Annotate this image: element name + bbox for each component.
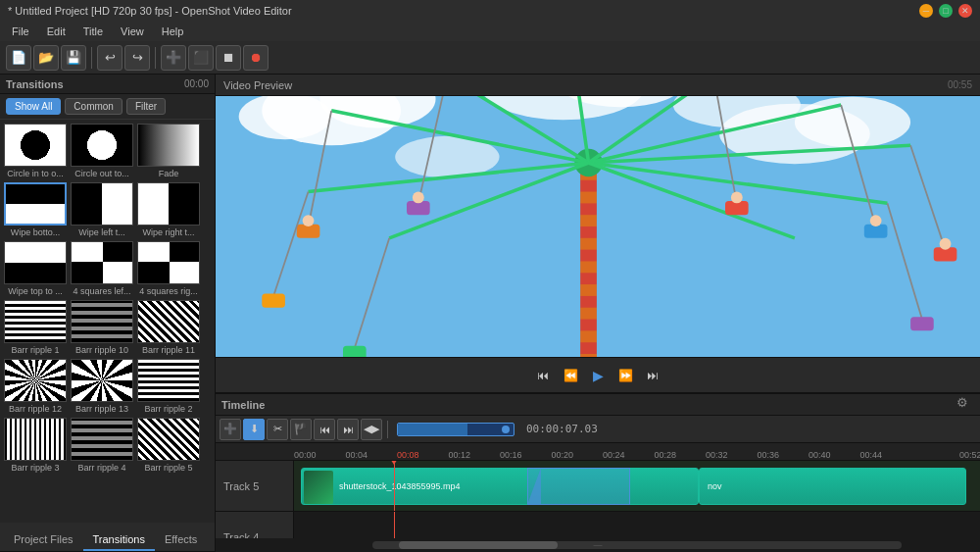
skip-start-button[interactable]: ⏮ [531,364,555,387]
close-button[interactable]: ✕ [958,4,972,18]
clip-secondary[interactable]: nov [699,468,966,505]
transition-circle-out[interactable]: Circle out to... [71,124,133,178]
transition-thumb [137,124,200,167]
preview-settings-button[interactable]: ⚙ [953,392,972,412]
stop-button[interactable]: ⏹ [216,45,241,71]
menu-title[interactable]: Title [75,24,111,39]
transition-wipe-left[interactable]: Wipe left t... [71,182,133,237]
new-button[interactable]: 📄 [6,45,31,71]
transition-barr-1[interactable]: Barr ripple 1 [4,300,67,355]
redo-button[interactable]: ↪ [124,45,150,71]
minimize-button[interactable]: ─ [919,4,933,18]
svg-rect-40 [262,294,285,308]
playhead-head [389,461,399,465]
filter-common[interactable]: Common [65,98,122,115]
transition-4sq-right[interactable]: 4 squares rig... [137,241,200,296]
transition-row: Barr ripple 12 Barr ripple 13 Barr rippl… [4,359,211,414]
tl-position-fill [398,424,467,435]
tab-project-files[interactable]: Project Files [4,529,83,551]
tab-transitions[interactable]: Transitions [83,529,155,551]
ruler-mark-16: 00:16 [500,450,522,460]
transition-label: Barr ripple 13 [71,404,133,414]
ruler-mark-24: 00:24 [603,450,625,460]
tl-center-button[interactable]: ◀▶ [361,419,382,440]
transition-barr-5[interactable]: Barr ripple 5 [137,418,200,473]
playhead-line [394,461,395,511]
transition-label: Barr ripple 2 [137,404,200,414]
transition-barr-2[interactable]: Barr ripple 2 [137,359,200,414]
menu-help[interactable]: Help [154,24,192,39]
menubar: File Edit Title View Help [0,22,980,41]
transition-row: Wipe top to ... 4 squares lef... 4 squar… [4,241,211,296]
tl-next-marker-button[interactable]: ⏭ [337,419,359,440]
transition-thumb [4,241,67,284]
filter-show-all[interactable]: Show All [6,98,61,115]
transition-barr-4[interactable]: Barr ripple 4 [71,418,133,473]
menu-file[interactable]: File [4,24,37,39]
svg-rect-38 [343,346,367,357]
ruler-mark-12: 00:12 [449,450,471,460]
transition-thumb [71,124,133,167]
timeline-scroll-thumb[interactable] [399,541,558,549]
video-area [216,96,980,357]
open-button[interactable]: 📂 [33,45,59,71]
transition-barr-11[interactable]: Barr ripple 11 [137,300,200,355]
transition-wipe-right[interactable]: Wipe right t... [137,182,200,237]
tab-effects[interactable]: Effects [155,529,207,551]
transition-barr-3[interactable]: Barr ripple 3 [4,418,67,473]
undo-button[interactable]: ↩ [97,45,122,71]
maximize-button[interactable]: □ [939,4,953,18]
svg-point-7 [795,97,910,148]
track-5-row: Track 5 shutterstock_1043855995.mp4 [216,461,980,512]
menu-view[interactable]: View [113,24,152,39]
tl-marker-button[interactable]: 🏴 [290,419,312,440]
clip-main[interactable]: shutterstock_1043855995.mp4 [301,468,699,505]
transition-label: Barr ripple 1 [4,345,67,355]
record-button[interactable]: ⏺ [243,45,269,71]
transition-label: Wipe left t... [71,227,133,237]
right-panel: Video Preview 00:55 [216,75,980,552]
transitions-grid: Circle in to o... Circle out to... Fade … [0,120,215,523]
delete-button[interactable]: ⬛ [188,45,214,71]
transition-label: Barr ripple 12 [4,404,67,414]
video-controls: ⏮ ⏪ ▶ ⏩ ⏭ [216,357,980,392]
transition-barr-10[interactable]: Barr ripple 10 [71,300,133,355]
transition-wipe-top[interactable]: Wipe top to ... [4,241,67,296]
tl-position-marker [502,426,510,433]
timeline-scroll-track[interactable] [372,541,902,549]
transition-thumb [137,300,200,343]
transition-thumb [4,359,67,402]
tl-cut-button[interactable]: ✂ [267,419,288,440]
skip-end-button[interactable]: ⏭ [641,364,664,387]
timeline-scrollbar: — [216,538,980,552]
svg-point-42 [413,192,424,204]
transition-barr-13[interactable]: Barr ripple 13 [71,359,133,414]
transition-4sq-left[interactable]: 4 squares lef... [71,241,133,296]
transition-thumb [137,359,200,402]
tl-snap-button[interactable]: ⬇ [243,419,265,440]
transition-label: Wipe top to ... [4,286,67,296]
transition-circle-in[interactable]: Circle in to o... [4,124,67,178]
filter-search[interactable]: Filter [126,98,166,115]
tl-prev-marker-button[interactable]: ⏮ [314,419,335,440]
transition-barr-12[interactable]: Barr ripple 12 [4,359,67,414]
preview-id: 00:55 [948,79,972,90]
transition-thumb [71,359,133,402]
rewind-button[interactable]: ⏪ [559,364,582,387]
tl-add-button[interactable]: ➕ [220,419,241,440]
transitions-time: 00:00 [184,78,209,89]
panel-tabs: Project Files Transitions Effects Emojis [0,523,215,552]
transition-fade[interactable]: Fade [137,124,200,178]
menu-edit[interactable]: Edit [39,24,74,39]
transition-wipe-bottom[interactable]: Wipe botto... [4,182,67,237]
timeline-header: Timeline [216,394,980,416]
add-button[interactable]: ➕ [161,45,186,71]
play-button[interactable]: ▶ [586,364,610,387]
ruler-mark-20: 00:20 [552,450,574,460]
tl-time-display: 00:00:07.03 [520,423,604,435]
save-button[interactable]: 💾 [61,45,86,71]
center-marker: — [594,540,603,550]
ruler-mark-36: 00:36 [758,450,780,460]
fast-forward-button[interactable]: ⏩ [613,364,637,387]
svg-point-45 [940,238,952,250]
